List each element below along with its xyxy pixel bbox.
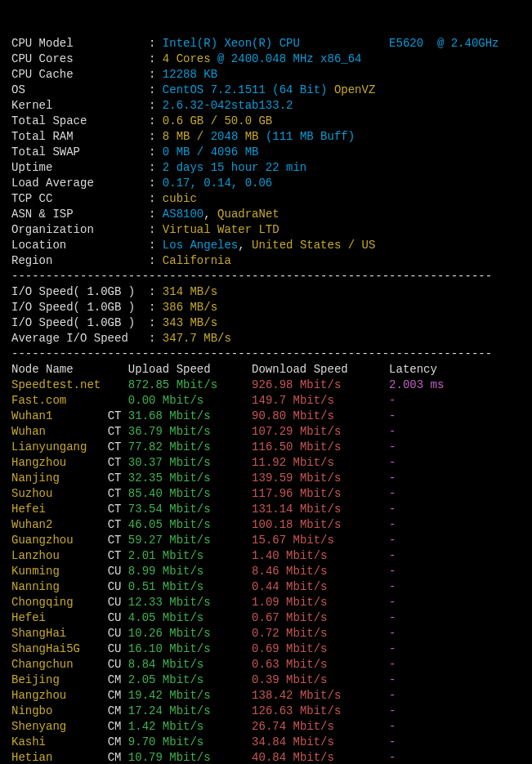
os-value: CentOS 7.2.1511 (64 Bit) [163,83,328,96]
upload-speed: 4.05 Mbit/s [128,611,252,624]
node-tag: CT [108,471,128,485]
io-label: Average I/O Speed [11,332,149,345]
loc-city: Los Angeles [163,239,238,252]
sys-colon: : [149,161,163,174]
sys-label: Total SWAP [11,145,149,159]
sys-label: TCP CC [11,192,149,205]
latency: - [389,627,396,640]
isp-value: QuadraNet [217,208,279,221]
sys-colon: : [149,254,163,267]
download-speed: 926.98 Mbit/s [252,378,389,391]
download-speed: 117.96 Mbit/s [252,487,389,500]
upload-speed: 2.01 Mbit/s [128,549,252,562]
upload-speed: 17.24 Mbit/s [128,704,252,717]
node-tag: CM [108,720,128,733]
cpu-cache-value: 12288 KB [163,68,217,81]
latency: - [389,456,396,469]
latency: - [389,440,396,453]
speed-header-node: Node Name [11,363,128,376]
download-speed: 26.74 Mbit/s [252,720,389,733]
node-tag: CU [108,627,128,640]
upload-speed: 1.42 Mbit/s [128,720,252,733]
upload-speed: 10.79 Mbit/s [128,751,252,764]
total-space-value: 0.6 GB / 50.0 GB [163,114,272,127]
upload-speed: 9.70 Mbit/s [128,735,252,748]
sys-label: Load Average [11,176,149,190]
node-name: Hangzhou [11,689,108,702]
download-speed: 11.92 Mbit/s [252,456,389,469]
upload-speed: 32.35 Mbit/s [128,471,252,485]
node-name: ShangHai5G [11,642,108,655]
download-speed: 139.59 Mbit/s [252,471,389,485]
asn-value: AS8100 [163,208,203,221]
latency: - [389,704,396,717]
cpu-cores-freq: @ 2400.048 MHz x86_64 [217,52,361,65]
cpu-model-suffix: E5620 @ 2.40GHz [389,37,498,50]
upload-speed: 19.42 Mbit/s [128,689,252,702]
sys-colon: : [149,208,163,221]
node-name: Shenyang [11,720,108,733]
latency: - [389,394,396,407]
io-label: I/O Speed( 1.0GB ) [11,301,149,314]
latency: - [389,565,396,578]
node-tag: CU [108,565,128,578]
node-tag: CU [108,580,128,593]
node-tag: CT [108,440,128,453]
node-tag: CT [108,425,128,438]
speed-header-down: Download Speed [252,363,389,376]
sys-colon: : [149,37,163,50]
sys-label: Uptime [11,161,149,174]
node-name: Changchun [11,658,108,671]
node-name: Lianyungang [11,440,108,453]
download-speed: 149.7 Mbit/s [252,394,389,407]
node-tag: CT [108,518,128,531]
sys-colon: : [149,239,163,252]
node-name: Hetian [11,751,108,764]
upload-speed: 73.54 Mbit/s [128,503,252,516]
download-speed: 0.44 Mbit/s [252,580,389,593]
cpu-cores-value: 4 Cores [163,52,211,65]
upload-speed: 30.37 Mbit/s [128,456,252,469]
upload-speed: 872.85 Mbit/s [128,378,252,391]
node-name: Kashi [11,735,108,748]
speed-header-lat: Latency [389,363,437,376]
node-name: Chongqing [11,596,108,609]
sys-colon: : [149,68,163,81]
latency: - [389,751,396,764]
sys-colon: : [149,83,163,96]
sys-label: Kernel [11,99,149,112]
download-speed: 1.09 Mbit/s [252,596,389,609]
node-tag: CU [108,611,128,624]
io-label: I/O Speed( 1.0GB ) [11,285,149,298]
download-speed: 1.40 Mbit/s [252,549,389,562]
sys-colon: : [149,130,163,143]
sys-label: CPU Cache [11,68,149,81]
io-speed-value: 386 MB/s [163,301,217,314]
node-tag: CM [108,673,128,686]
download-speed: 90.80 Mbit/s [252,409,389,422]
sys-colon: : [149,176,163,190]
upload-speed: 0.51 Mbit/s [128,580,252,593]
sys-colon: : [149,145,163,159]
node-tag: CT [108,409,128,422]
node-name: Nanning [11,580,108,593]
node-name: Lanzhou [11,549,108,562]
upload-speed: 10.26 Mbit/s [128,627,252,640]
latency: - [389,673,396,686]
node-name: Ningbo [11,704,108,717]
io-colon: : [149,316,163,329]
node-name: Wuhan2 [11,518,108,531]
download-speed: 116.50 Mbit/s [252,440,389,453]
download-speed: 100.18 Mbit/s [252,518,389,531]
upload-speed: 46.05 Mbit/s [128,518,252,531]
latency: - [389,534,396,547]
sys-colon: : [149,223,163,236]
ram-used: 8 MB / [163,130,203,143]
tcp-cc-value: cubic [163,192,197,205]
node-name: Kunming [11,565,108,578]
node-tag: CU [108,658,128,671]
latency: - [389,642,396,655]
latency: - [389,471,396,485]
download-speed: 8.46 Mbit/s [252,565,389,578]
sys-label: Region [11,254,149,267]
